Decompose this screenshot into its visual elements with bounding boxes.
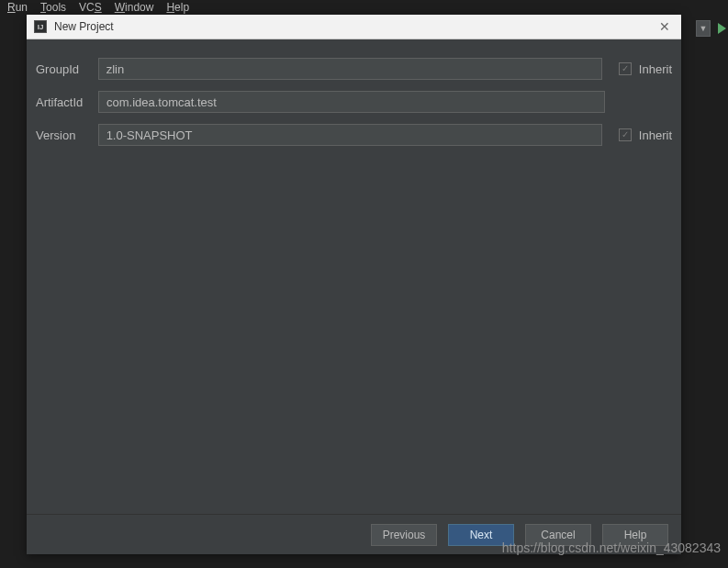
checkbox-icon: ✓ (619, 62, 632, 75)
menu-help[interactable]: Help (166, 1, 189, 14)
input-version[interactable] (98, 124, 602, 146)
row-groupid: GroupId ✓ Inherit (36, 58, 672, 80)
menu-window[interactable]: Window (115, 1, 154, 14)
close-icon[interactable]: ✕ (655, 17, 674, 36)
input-artifactid[interactable] (98, 91, 605, 113)
row-version: Version ✓ Inherit (36, 124, 672, 146)
config-dropdown[interactable]: ▼ (696, 20, 711, 37)
previous-button[interactable]: Previous (371, 524, 437, 546)
cancel-button[interactable]: Cancel (525, 524, 591, 546)
next-button[interactable]: Next (448, 524, 514, 546)
dialog-footer: Previous Next Cancel Help (27, 514, 681, 554)
label-artifactid: ArtifactId (36, 95, 98, 109)
dialog-titlebar: IJ New Project ✕ (27, 15, 681, 39)
help-button[interactable]: Help (602, 524, 668, 546)
inherit-label: Inherit (639, 128, 672, 142)
right-toolbar: ▼ (696, 20, 726, 37)
menubar: Run Tools VCS Window Help (0, 0, 728, 15)
menu-run[interactable]: Run (7, 1, 28, 14)
dialog-title: New Project (54, 20, 655, 33)
label-version: Version (36, 128, 98, 142)
dialog-body: GroupId ✓ Inherit ArtifactId Version ✓ I… (27, 39, 681, 514)
row-artifactid: ArtifactId (36, 91, 672, 113)
menu-vcs[interactable]: VCS (79, 1, 102, 14)
inherit-groupid[interactable]: ✓ Inherit (619, 62, 672, 76)
inherit-version[interactable]: ✓ Inherit (619, 128, 672, 142)
menu-tools[interactable]: Tools (40, 1, 66, 14)
run-icon[interactable] (718, 23, 726, 34)
label-groupid: GroupId (36, 62, 98, 76)
inherit-label: Inherit (639, 62, 672, 76)
new-project-dialog: IJ New Project ✕ GroupId ✓ Inherit Artif… (27, 15, 681, 554)
input-groupid[interactable] (98, 58, 602, 80)
checkbox-icon: ✓ (619, 128, 632, 141)
app-icon: IJ (34, 20, 47, 33)
